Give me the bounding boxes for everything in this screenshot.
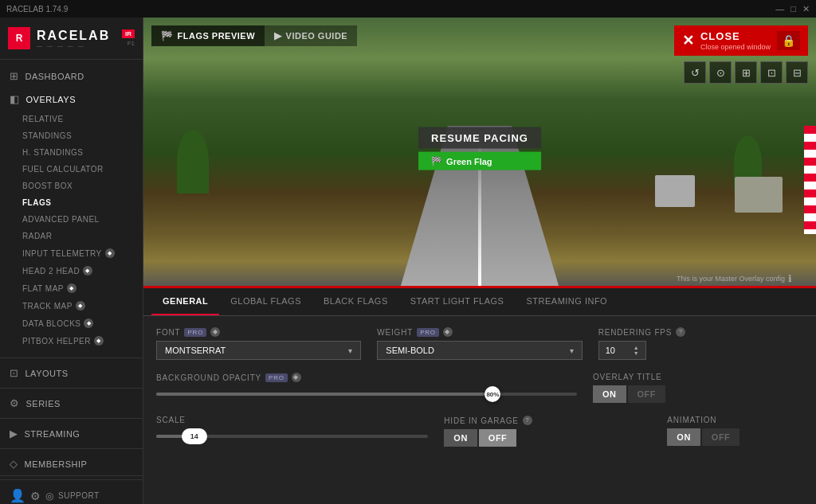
opacity-slider-container: 80% [156, 386, 577, 402]
garage-help-icon[interactable]: ? [523, 416, 532, 425]
toolbar-layout-btn[interactable]: ⊡ [760, 61, 783, 84]
tab-global-flags[interactable]: GLOBAL FLAGS [219, 288, 312, 315]
tab-general[interactable]: GENERAL [151, 288, 219, 315]
tab-streaming[interactable]: STREAMING INFO [515, 288, 618, 315]
f1-badge: F1 [128, 40, 135, 47]
pro-badge: PRO [184, 328, 206, 337]
sidebar-sub-input-telemetry[interactable]: INPUT TELEMETRY ◆ [0, 244, 143, 262]
sidebar-sub-relative[interactable]: RELATIVE [0, 111, 143, 127]
opacity-pro-badge: PRO [265, 373, 288, 382]
opacity-slider-thumb[interactable]: 80% [484, 386, 500, 402]
sidebar: R RACELAB — — — — — IR F1 ⊞ DASHBOARD ◧ … [0, 18, 143, 504]
sidebar-sub-advanced[interactable]: ADVANCED PANEL [0, 211, 143, 228]
fps-help-icon[interactable]: ? [676, 327, 685, 337]
sidebar-item-streaming[interactable]: ▶ STREAMING [0, 422, 143, 445]
main-panel: 🏁 FLAGS PREVIEW ▶ VIDEO GUIDE ✕ CLOSE Cl… [143, 18, 816, 504]
overlay-title-label: OVERLAY TITLE [593, 373, 803, 381]
sidebar-sub-flat-map[interactable]: FLAT MAP ◆ [0, 279, 143, 297]
animation-off-btn[interactable]: OFF [702, 428, 740, 446]
preview-tab-bar: 🏁 FLAGS PREVIEW ▶ VIDEO GUIDE [151, 25, 357, 46]
sidebar-divider-2 [0, 388, 143, 389]
vehicle-1 [735, 177, 783, 213]
sidebar-sub-h-standings[interactable]: H. STANDINGS [0, 144, 143, 161]
sidebar-sub-radar[interactable]: RADAR [0, 228, 143, 244]
opacity-value: 80% [481, 391, 504, 398]
fps-input[interactable]: 10 ▲ ▼ [598, 341, 646, 360]
pro-icon: ◆ [76, 301, 85, 311]
fps-down-arrow[interactable]: ▼ [634, 350, 639, 356]
font-value: MONTSERRAT [165, 346, 226, 355]
sidebar-sub-fuel[interactable]: FUEL CALCULATOR [0, 161, 143, 178]
sidebar-item-dashboard[interactable]: ⊞ DASHBOARD [0, 64, 143, 88]
dashboard-icon: ⊞ [10, 70, 19, 82]
overlay-title-toggle: ON OFF [593, 385, 803, 403]
settings-icon[interactable]: ⚙ [30, 490, 41, 502]
weight-select[interactable]: SEMI-BOLD ▾ [377, 341, 582, 360]
opacity-help-icon[interactable]: ◆ [292, 373, 301, 382]
video-guide-tab[interactable]: ▶ VIDEO GUIDE [265, 25, 357, 46]
support-label[interactable]: SUPPORT [58, 491, 100, 500]
toolbar-grid-btn[interactable]: ⊞ [735, 61, 757, 84]
font-select[interactable]: MONTSERRAT ▾ [156, 341, 361, 360]
hide-garage-off-btn[interactable]: OFF [479, 429, 517, 447]
close-sub-label: Close opened window [700, 43, 771, 52]
tab-black-flags[interactable]: BLACK FLAGS [312, 288, 399, 315]
flags-preview-tab[interactable]: 🏁 FLAGS PREVIEW [151, 25, 265, 46]
fps-up-arrow[interactable]: ▲ [634, 345, 639, 350]
sidebar-sub-boost[interactable]: BOOST BOX [0, 178, 143, 194]
logo-dots: — — — — — [37, 43, 110, 49]
streaming-icon: ▶ [10, 428, 18, 440]
font-help-icon[interactable]: ◆ [210, 327, 220, 337]
minimize-button[interactable]: — [775, 4, 784, 14]
titlebar-title: RACELAB 1.74.9 [6, 5, 68, 14]
sidebar-sub-pitbox[interactable]: PITBOX HELPER ◆ [0, 332, 143, 350]
sidebar-item-series[interactable]: ⚙ SERIES [0, 392, 143, 415]
tab-start-light[interactable]: START LIGHT FLAGS [399, 288, 516, 315]
overlay-title-on-btn[interactable]: ON [593, 385, 626, 403]
sidebar-sub-h2h[interactable]: HEAD 2 HEAD ◆ [0, 262, 143, 279]
fps-arrows[interactable]: ▲ ▼ [634, 345, 639, 356]
sidebar-divider-3 [0, 418, 143, 419]
settings-content: FONT PRO ◆ MONTSERRAT ▾ WEIGHT [143, 316, 816, 471]
green-flag-button[interactable]: 🏁 Green Flag [418, 152, 541, 170]
weight-label: WEIGHT PRO ◆ [377, 327, 582, 337]
hide-garage-on-btn[interactable]: ON [444, 429, 477, 447]
support-icon[interactable]: ◎ [45, 490, 53, 502]
weight-arrow: ▾ [570, 346, 574, 355]
hide-garage-group: HIDE IN GARAGE ? ON OFF [444, 416, 635, 447]
sidebar-sub-data-blocks[interactable]: DATA BLOCKS ◆ [0, 315, 143, 332]
flags-tab-label: FLAGS PREVIEW [178, 31, 256, 41]
toolbar-config-btn[interactable]: ⊟ [786, 61, 808, 84]
series-icon: ⚙ [10, 397, 20, 409]
sidebar-item-overlays[interactable]: ◧ OVERLAYS [0, 88, 143, 111]
scale-slider-track[interactable]: 14 [156, 435, 428, 438]
animation-group: ANIMATION ON OFF [667, 416, 803, 446]
hide-garage-label: HIDE IN GARAGE ? [444, 416, 635, 425]
master-overlay-text: This is your Master Overlay config [677, 275, 785, 283]
close-button[interactable]: ✕ [802, 4, 810, 14]
toolbar-reset-btn[interactable]: ↺ [684, 61, 706, 84]
pro-icon: ◆ [84, 318, 93, 328]
profile-icon[interactable]: 👤 [10, 488, 26, 503]
font-group: FONT PRO ◆ MONTSERRAT ▾ [156, 327, 361, 360]
opacity-slider-track[interactable]: 80% [156, 393, 577, 396]
animation-on-btn[interactable]: ON [667, 428, 700, 446]
sidebar-item-layouts[interactable]: ⊡ LAYOUTS [0, 361, 143, 385]
weight-help-icon[interactable]: ◆ [443, 327, 453, 337]
titlebar-controls[interactable]: — □ ✕ [775, 4, 810, 14]
close-overlay-button[interactable]: ✕ CLOSE Close opened window 🔒 [674, 25, 808, 56]
logo-icon: R [8, 27, 30, 49]
sidebar-item-label: DASHBOARD [26, 72, 84, 81]
maximize-button[interactable]: □ [790, 4, 796, 14]
scale-slider-thumb[interactable]: 14 [182, 428, 207, 444]
sidebar-item-membership[interactable]: ◇ MEMBERSHIP [0, 452, 143, 475]
overlay-title-off-btn[interactable]: OFF [628, 385, 666, 403]
sidebar-divider-1 [0, 357, 143, 358]
toolbar-target-btn[interactable]: ⊙ [709, 61, 732, 84]
sidebar-sub-flags[interactable]: FLAGS [0, 194, 143, 211]
fps-value: 10 [606, 346, 615, 355]
ir-badge: IR [122, 29, 135, 38]
sidebar-sub-standings[interactable]: STANDINGS [0, 127, 143, 144]
sidebar-sub-track-map[interactable]: TRACK MAP ◆ [0, 297, 143, 315]
opacity-slider-fill [156, 393, 492, 396]
